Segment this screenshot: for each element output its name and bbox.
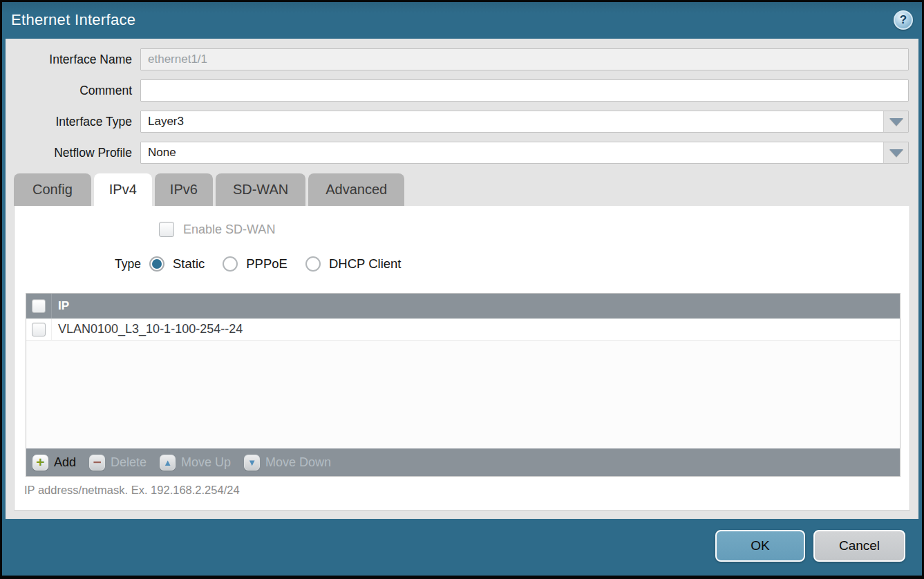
netflow-profile-dropdown-button[interactable] — [883, 142, 908, 163]
ip-column-header: IP — [52, 299, 69, 313]
radio-pppoe-label: PPPoE — [246, 256, 287, 272]
add-button-label: Add — [54, 455, 76, 470]
delete-button: − Delete — [89, 455, 147, 471]
interface-name-field: ethernet1/1 — [140, 48, 909, 70]
ethernet-interface-dialog: Ethernet Interface ? Interface Name ethe… — [0, 0, 924, 579]
netflow-profile-select[interactable]: None — [140, 142, 909, 164]
delete-icon: − — [89, 455, 105, 471]
move-up-button: ▲ Move Up — [160, 455, 231, 471]
tab-ipv4[interactable]: IPv4 — [94, 173, 152, 206]
add-icon: + — [32, 455, 48, 471]
move-up-icon: ▲ — [160, 455, 176, 471]
enable-sdwan-row: Enable SD-WAN — [159, 222, 275, 237]
radio-static[interactable] — [149, 256, 164, 272]
radio-option-static[interactable]: Static — [149, 256, 205, 272]
move-up-button-label: Move Up — [181, 455, 231, 470]
type-label: Type — [15, 257, 149, 272]
interface-type-select[interactable]: Layer3 — [140, 111, 909, 133]
add-button[interactable]: + Add — [32, 455, 76, 471]
enable-sdwan-checkbox[interactable] — [159, 222, 174, 237]
ip-format-hint: IP address/netmask. Ex. 192.168.2.254/24 — [24, 484, 240, 497]
radio-option-dhcp-client[interactable]: DHCP Client — [305, 256, 402, 272]
form: Interface Name ethernet1/1 Comment Inter… — [6, 39, 918, 164]
interface-type-value: Layer3 — [141, 111, 883, 132]
netflow-profile-row: Netflow Profile None — [6, 142, 909, 164]
enable-sdwan-label: Enable SD-WAN — [183, 222, 275, 237]
row-checkbox[interactable] — [32, 323, 46, 336]
interface-name-row: Interface Name ethernet1/1 — [6, 48, 909, 70]
interface-name-label: Interface Name — [6, 53, 140, 67]
interface-name-value: ethernet1/1 — [148, 53, 207, 66]
radio-dhcp-client-label: DHCP Client — [329, 256, 402, 272]
delete-button-label: Delete — [111, 455, 147, 470]
ip-cell-value: VLAN0100_L3_10-1-100-254--24 — [52, 322, 243, 336]
comment-label: Comment — [6, 84, 140, 98]
ipv4-tab-panel: Enable SD-WAN Type Static PPPoE DHCP Cli… — [14, 206, 910, 511]
help-icon[interactable]: ? — [894, 10, 913, 30]
header-checkbox-cell — [26, 294, 52, 319]
tab-sd-wan[interactable]: SD-WAN — [216, 173, 305, 206]
dialog-body: Interface Name ethernet1/1 Comment Inter… — [6, 39, 918, 519]
table-row[interactable]: VLAN0100_L3_10-1-100-254--24 — [26, 319, 900, 341]
interface-type-dropdown-button[interactable] — [883, 111, 908, 132]
tab-ipv6[interactable]: IPv6 — [155, 173, 213, 206]
tab-advanced[interactable]: Advanced — [308, 173, 404, 206]
interface-type-row: Interface Type Layer3 — [6, 111, 909, 133]
select-all-checkbox[interactable] — [32, 299, 46, 313]
ok-button[interactable]: OK — [715, 530, 805, 562]
netflow-profile-label: Netflow Profile — [6, 146, 140, 160]
interface-type-label: Interface Type — [6, 115, 140, 129]
cancel-button[interactable]: Cancel — [813, 530, 905, 562]
radio-option-pppoe[interactable]: PPPoE — [223, 256, 287, 272]
tab-bar: Config IPv4 IPv6 SD-WAN Advanced — [14, 173, 404, 206]
chevron-down-icon — [889, 149, 903, 157]
dialog-titlebar: Ethernet Interface ? — [2, 2, 922, 39]
radio-static-label: Static — [173, 256, 205, 272]
ip-table: IP VLAN0100_L3_10-1-100-254--24 + Add − — [26, 293, 901, 477]
dialog-title: Ethernet Interface — [11, 11, 135, 29]
radio-dhcp-client[interactable] — [305, 256, 321, 272]
comment-field[interactable] — [140, 79, 909, 102]
chevron-down-icon — [889, 118, 903, 126]
ip-table-header: IP — [26, 294, 900, 319]
move-down-button-label: Move Down — [265, 455, 331, 470]
comment-row: Comment — [6, 79, 909, 102]
move-down-icon: ▼ — [244, 455, 260, 471]
tab-config[interactable]: Config — [14, 173, 91, 206]
row-checkbox-cell — [26, 319, 52, 340]
type-row: Type Static PPPoE DHCP Client — [15, 249, 909, 279]
radio-pppoe[interactable] — [223, 256, 238, 272]
table-toolbar: + Add − Delete ▲ Move Up ▼ Move Down — [26, 448, 900, 476]
netflow-profile-value: None — [141, 142, 883, 163]
move-down-button: ▼ Move Down — [244, 455, 331, 471]
table-empty-area — [26, 341, 900, 448]
